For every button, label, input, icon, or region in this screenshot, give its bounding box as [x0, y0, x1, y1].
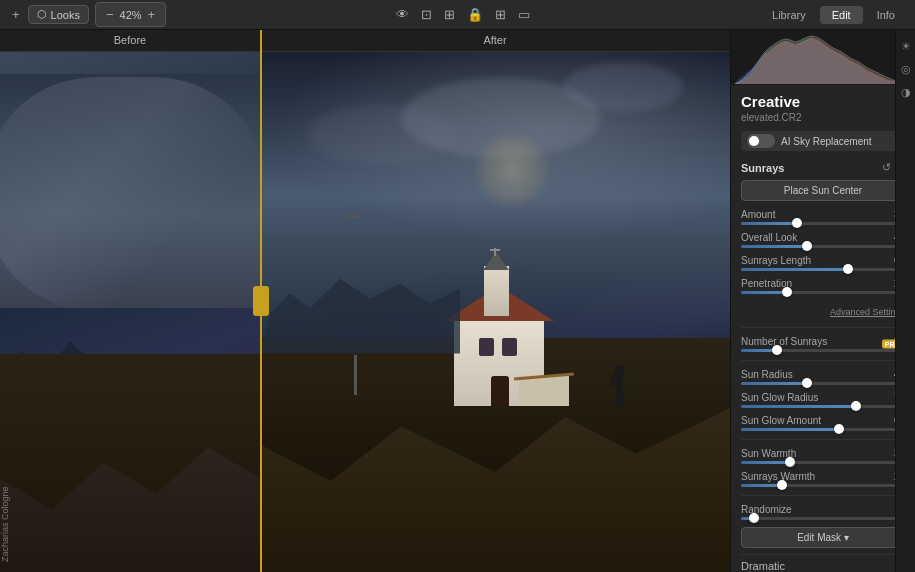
zoom-value: 42%	[120, 9, 142, 21]
main-layout: Before After Zacharias Cologne	[0, 30, 915, 572]
number-sunrays-slider[interactable]	[741, 349, 905, 352]
amount-label: Amount	[741, 209, 775, 220]
sky-toggle-knob	[749, 136, 759, 146]
after-image[interactable]	[260, 52, 730, 572]
penetration-slider-row: Penetration 28	[741, 278, 905, 294]
tab-info[interactable]: Info	[865, 6, 907, 24]
zoom-control: − 42% +	[95, 2, 166, 27]
sun-warmth-slider[interactable]	[741, 461, 905, 464]
amount-slider[interactable]	[741, 222, 905, 225]
after-label: After	[260, 30, 730, 51]
image-canvas: Zacharias Cologne	[0, 52, 730, 572]
sun-radius-slider[interactable]	[741, 382, 905, 385]
nav-tabs: Library Edit Info	[760, 6, 907, 24]
sunrays-title: Sunrays	[741, 162, 784, 174]
divider-1	[741, 327, 905, 328]
sunrays-section-header: Sunrays ↺ ◉	[741, 161, 905, 174]
before-after-labels: Before After	[0, 30, 730, 52]
sun-radius-label: Sun Radius	[741, 369, 793, 380]
sunrays-length-label: Sunrays Length	[741, 255, 811, 266]
grid-button[interactable]: ⊞	[491, 5, 510, 24]
zoom-plus-button[interactable]: +	[144, 5, 160, 24]
advanced-settings-link[interactable]: Advanced Settings	[830, 307, 905, 317]
panel-content: Creative elevated.CR2 AI Sky Replacement…	[731, 85, 915, 572]
randomize-label: Randomize	[741, 504, 792, 515]
dramatic-section[interactable]: Dramatic	[741, 554, 905, 572]
toolbar-center-icons: 👁 ⊡ ⊞ 🔒 ⊞ ▭	[392, 5, 534, 24]
divider-2	[741, 360, 905, 361]
crop-button[interactable]: ⊞	[440, 5, 459, 24]
top-toolbar: + ⬡ Looks − 42% + 👁 ⊡ ⊞ 🔒 ⊞ ▭ Library Ed…	[0, 0, 915, 30]
zoom-minus-button[interactable]: −	[102, 5, 118, 24]
tab-library[interactable]: Library	[760, 6, 818, 24]
right-panel: Creative elevated.CR2 AI Sky Replacement…	[730, 30, 915, 572]
histogram-area	[731, 30, 915, 85]
divider-4	[741, 495, 905, 496]
randomize-slider-row: Randomize 8	[741, 504, 905, 520]
side-icons-strip: ☀ ◎ ◑	[895, 30, 915, 572]
sun-glow-amount-slider[interactable]	[741, 428, 905, 431]
looks-icon: ⬡	[37, 8, 47, 21]
sun-warmth-slider-row: Sun Warmth 30	[741, 448, 905, 464]
divider-3	[741, 439, 905, 440]
sun-glow-radius-slider[interactable]	[741, 405, 905, 408]
right-panel-icon-2[interactable]: ◎	[901, 63, 911, 76]
panel-title: Creative	[741, 93, 905, 110]
looks-button[interactable]: ⬡ Looks	[28, 5, 89, 24]
place-sun-button[interactable]: Place Sun Center	[741, 180, 905, 201]
right-panel-icon-3[interactable]: ◑	[901, 86, 911, 99]
monitor-button[interactable]: ▭	[514, 5, 534, 24]
reset-icon[interactable]: ↺	[882, 161, 891, 174]
histogram-chart	[735, 34, 911, 84]
eye-button[interactable]: 👁	[392, 5, 413, 24]
split-line[interactable]	[260, 30, 262, 572]
before-image: Zacharias Cologne	[0, 52, 260, 572]
overall-look-slider[interactable]	[741, 245, 905, 248]
add-button[interactable]: +	[8, 5, 24, 24]
sunrays-warmth-slider[interactable]	[741, 484, 905, 487]
sunrays-length-slider[interactable]	[741, 268, 905, 271]
sky-replacement-row: AI Sky Replacement	[741, 131, 905, 151]
sun-glow-amount-slider-row: Sun Glow Amount 60	[741, 415, 905, 431]
lock-button[interactable]: 🔒	[463, 5, 487, 24]
overall-look-slider-row: Overall Look 40	[741, 232, 905, 248]
sky-replacement-toggle[interactable]	[747, 134, 775, 148]
randomize-slider[interactable]	[741, 517, 905, 520]
edit-mask-button[interactable]: Edit Mask ▾	[741, 527, 905, 548]
compare-button[interactable]: ⊡	[417, 5, 436, 24]
before-label: Before	[0, 30, 260, 51]
sunrays-length-slider-row: Sunrays Length 65	[741, 255, 905, 271]
split-handle[interactable]	[253, 286, 269, 316]
toolbar-left: + ⬡ Looks	[8, 5, 89, 24]
number-sunrays-slider-row: Number of Sunrays 22 PRO	[741, 336, 905, 352]
amount-slider-row: Amount 34	[741, 209, 905, 225]
watermark: Zacharias Cologne	[0, 486, 10, 562]
advanced-settings-row: Advanced Settings	[741, 301, 905, 319]
tab-edit[interactable]: Edit	[820, 6, 863, 24]
sky-replacement-label: AI Sky Replacement	[781, 136, 872, 147]
sun-glow-radius-label: Sun Glow Radius	[741, 392, 818, 403]
sunrays-warmth-slider-row: Sunrays Warmth 25	[741, 471, 905, 487]
overall-look-label: Overall Look	[741, 232, 797, 243]
image-area: Before After Zacharias Cologne	[0, 30, 730, 572]
panel-subtitle: elevated.CR2	[741, 112, 905, 123]
penetration-slider[interactable]	[741, 291, 905, 294]
sun-glow-radius-slider-row: Sun Glow Radius 70	[741, 392, 905, 408]
number-sunrays-label: Number of Sunrays	[741, 336, 827, 347]
sun-radius-slider-row: Sun Radius 40	[741, 369, 905, 385]
right-panel-icon-1[interactable]: ☀	[901, 40, 911, 53]
sun-glow-amount-label: Sun Glow Amount	[741, 415, 821, 426]
